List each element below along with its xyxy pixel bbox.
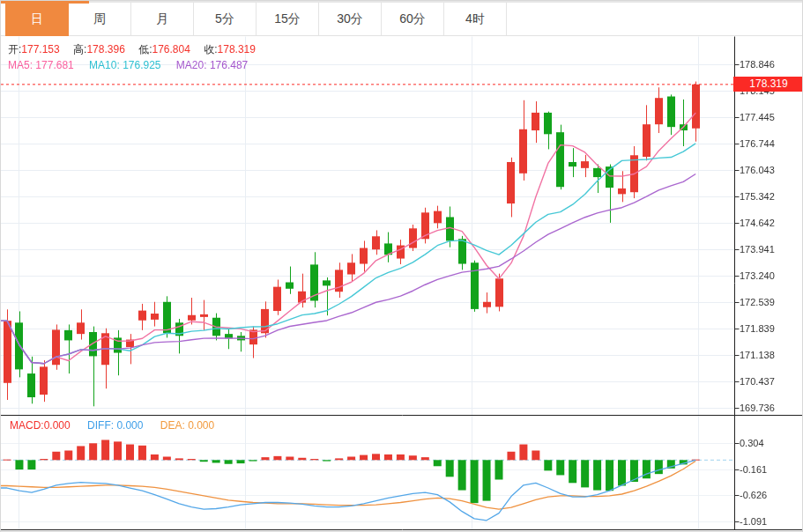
tab-4hour[interactable]: 4时 [444,3,507,35]
tab-30min[interactable]: 30分 [319,3,382,35]
tab-week[interactable]: 周 [69,3,131,35]
tab-month[interactable]: 月 [131,3,194,35]
trading-chart-app: 日 周 月 5分 15分 30分 60分 4时 开:177.153 高:178.… [0,0,803,532]
timeframe-tabbar: 日 周 月 5分 15分 30分 60分 4时 [1,1,802,36]
chart-canvas[interactable] [1,1,803,532]
tab-60min[interactable]: 60分 [382,3,444,35]
tab-15min[interactable]: 15分 [257,3,319,35]
active-tab-accent-bar [1,1,89,4]
tab-day[interactable]: 日 [5,3,69,36]
tab-5min[interactable]: 5分 [194,3,257,35]
